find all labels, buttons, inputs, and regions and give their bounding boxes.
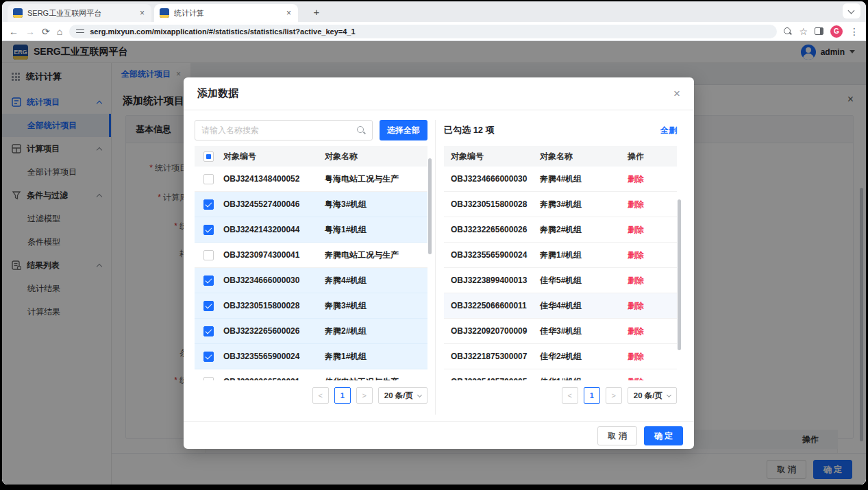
object-id-cell: OBJ3230515800028: [222, 301, 325, 310]
source-table-scrollbar[interactable]: [428, 158, 432, 254]
object-id-cell: OBJ3223899400013: [444, 275, 540, 285]
object-name-cell: 奔腾3#机组: [540, 199, 622, 210]
source-table-body: OBJ3241348400052 粤海电站工况与生产 OBJ3245527400…: [195, 167, 427, 380]
column-header-id: 对象编号: [444, 151, 540, 162]
page-number-button[interactable]: 1: [584, 387, 600, 404]
page-number-button[interactable]: 1: [334, 387, 351, 404]
site-settings-icon[interactable]: [76, 28, 84, 35]
table-row[interactable]: OBJ3230266500021 佳华电站工况与生产: [195, 369, 427, 380]
table-row[interactable]: OBJ3234666000030 奔腾4#机组: [195, 268, 427, 293]
home-icon[interactable]: ⌂: [57, 27, 62, 36]
forward-icon[interactable]: →: [25, 27, 35, 36]
row-checkbox[interactable]: [203, 326, 214, 336]
row-checkbox[interactable]: [203, 199, 214, 210]
object-name-cell: 奔腾3#机组: [325, 300, 427, 312]
bookmark-star-icon[interactable]: ☆: [799, 27, 808, 36]
search-input[interactable]: [201, 125, 353, 135]
table-row[interactable]: OBJ3245527400046 粤海3#机组: [195, 192, 427, 217]
row-checkbox[interactable]: [203, 225, 214, 235]
tab-search-chevron-icon[interactable]: [843, 3, 860, 19]
selected-table-body: OBJ3234666000030 奔腾4#机组 删除 OBJ3230515800…: [444, 167, 677, 380]
table-row: OBJ3230515800028 奔腾3#机组 删除: [444, 192, 677, 217]
modal-cancel-button[interactable]: 取 消: [597, 426, 636, 445]
delete-link[interactable]: 删除: [628, 326, 644, 336]
browser-menu-icon[interactable]: ⋮: [850, 27, 859, 36]
side-panel-icon[interactable]: [815, 27, 823, 35]
browser-tab-title: SERG工业互联网平台: [27, 8, 138, 19]
table-row: OBJ3234666000030 奔腾4#机组 删除: [444, 167, 677, 192]
next-page-button[interactable]: >: [356, 387, 373, 404]
browser-toolbar: ← → ⟳ ⌂ serg.mixyun.com/mixapplication/#…: [2, 22, 866, 41]
object-name-cell: 佳华1#机组: [540, 376, 622, 381]
object-id-cell: OBJ3225435700005: [444, 377, 540, 380]
zoom-icon[interactable]: [784, 27, 792, 36]
object-id-cell: OBJ3220920700009: [444, 326, 540, 336]
new-tab-button[interactable]: +: [309, 5, 324, 21]
delete-link[interactable]: 删除: [628, 275, 644, 285]
object-id-cell: OBJ3232265600026: [444, 225, 540, 234]
add-data-modal: 添加数据 × 选择全部 对象编号 对象名称: [184, 77, 694, 449]
object-name-cell: 佳华2#机组: [540, 351, 622, 363]
browser-profile-avatar[interactable]: G: [830, 25, 843, 38]
object-id-cell: OBJ3230266500021: [222, 377, 325, 380]
table-row: OBJ3221875300007 佳华2#机组 删除: [444, 344, 677, 369]
search-box[interactable]: [195, 120, 373, 140]
url-text: serg.mixyun.com/mixapplication/#/statist…: [90, 27, 355, 36]
table-row: OBJ3232265600026 奔腾2#机组 删除: [444, 217, 677, 243]
column-header-op: 操作: [622, 151, 677, 162]
favicon: [160, 8, 169, 18]
next-page-button[interactable]: >: [606, 387, 622, 404]
delete-link[interactable]: 删除: [628, 199, 644, 209]
row-checkbox[interactable]: [203, 275, 214, 286]
row-checkbox[interactable]: [203, 352, 214, 362]
chevron-down-icon: [417, 392, 422, 397]
table-row[interactable]: OBJ3230974300041 奔腾电站工况与生产: [195, 243, 427, 268]
select-all-checkbox[interactable]: [203, 151, 214, 162]
row-checkbox[interactable]: [203, 377, 214, 381]
table-row[interactable]: OBJ3235565900024 奔腾1#机组: [195, 344, 427, 369]
object-id-cell: OBJ3242143200044: [222, 225, 325, 234]
table-row[interactable]: OBJ3241348400052 粤海电站工况与生产: [195, 167, 427, 192]
delete-link[interactable]: 删除: [628, 250, 644, 260]
back-icon[interactable]: ←: [9, 27, 18, 36]
object-name-cell: 奔腾2#机组: [325, 326, 427, 337]
select-all-button[interactable]: 选择全部: [380, 120, 427, 140]
table-row: OBJ3235565900024 奔腾1#机组 删除: [444, 243, 677, 268]
table-row[interactable]: OBJ3230515800028 奔腾3#机组: [195, 293, 427, 319]
row-checkbox[interactable]: [203, 250, 214, 260]
modal-close-icon[interactable]: ×: [673, 87, 680, 101]
column-header-name: 对象名称: [325, 151, 427, 162]
selected-pagination: < 1 > 20 条/页: [444, 387, 677, 404]
clear-all-link[interactable]: 全删: [660, 125, 677, 136]
column-header-name: 对象名称: [540, 151, 622, 162]
tab-close-icon[interactable]: ×: [138, 8, 146, 18]
table-row: OBJ3220920700009 佳华3#机组 删除: [444, 319, 677, 344]
row-checkbox[interactable]: [203, 174, 214, 184]
prev-page-button[interactable]: <: [562, 387, 578, 404]
modal-confirm-button[interactable]: 确 定: [644, 426, 683, 445]
table-row[interactable]: OBJ3232265600026 奔腾2#机组: [195, 319, 427, 344]
delete-link[interactable]: 删除: [628, 301, 644, 310]
page-size-select[interactable]: 20 条/页: [628, 387, 677, 404]
tab-close-icon[interactable]: ×: [285, 8, 293, 18]
object-id-cell: OBJ3235565900024: [444, 250, 540, 260]
browser-tab-1[interactable]: SERG工业互联网平台 ×: [8, 4, 151, 22]
delete-link[interactable]: 删除: [628, 352, 644, 361]
delete-link[interactable]: 删除: [628, 225, 644, 234]
selected-summary: 已勾选 12 项: [444, 124, 495, 136]
delete-link[interactable]: 删除: [628, 174, 644, 184]
prev-page-button[interactable]: <: [312, 387, 329, 404]
selected-table-scrollbar[interactable]: [678, 199, 681, 350]
url-bar[interactable]: serg.mixyun.com/mixapplication/#/statist…: [69, 25, 777, 38]
row-checkbox[interactable]: [203, 301, 214, 311]
delete-link[interactable]: 删除: [628, 377, 644, 381]
page-size-select[interactable]: 20 条/页: [378, 387, 427, 404]
search-icon[interactable]: [357, 126, 366, 135]
reload-icon[interactable]: ⟳: [42, 27, 50, 36]
selected-panel: 已勾选 12 项 全删 对象编号 对象名称 操作 OBJ323466600003…: [444, 120, 677, 416]
table-row: OBJ3223899400013 佳华5#机组 删除: [444, 268, 677, 293]
table-row[interactable]: OBJ3242143200044 粤海1#机组: [195, 217, 427, 243]
browser-tab-2[interactable]: 统计计算 ×: [154, 4, 298, 22]
object-id-cell: OBJ3221875300007: [444, 352, 540, 361]
object-id-cell: OBJ3245527400046: [222, 199, 325, 209]
